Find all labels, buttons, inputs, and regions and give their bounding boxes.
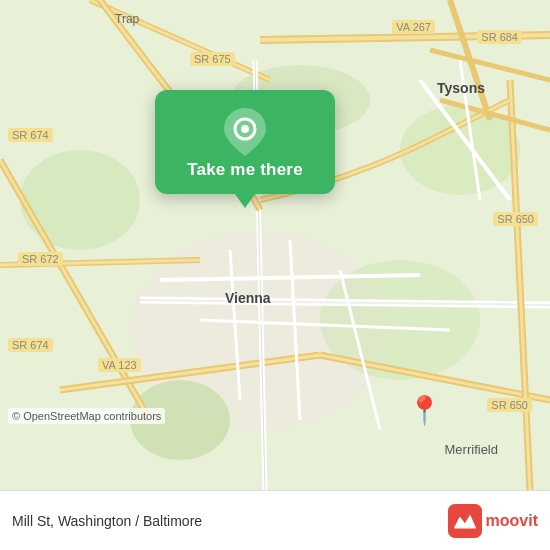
bottom-bar: Mill St, Washington / Baltimore moovit — [0, 490, 550, 550]
location-label: Mill St, Washington / Baltimore — [12, 513, 438, 529]
moovit-brand-text: moovit — [486, 512, 538, 530]
svg-rect-37 — [448, 504, 482, 538]
svg-point-2 — [20, 150, 140, 250]
take-me-there-button[interactable]: Take me there — [187, 160, 303, 180]
map: Trap VA 267 SR 684 SR 675 SR 674 SR 672 … — [0, 0, 550, 490]
moovit-logo: moovit — [448, 504, 538, 538]
map-attribution: © OpenStreetMap contributors — [8, 408, 165, 424]
svg-point-36 — [241, 125, 249, 133]
destination-pin: 📍 — [407, 397, 442, 425]
map-pin-icon — [224, 108, 266, 150]
popup-card: Take me there — [155, 90, 335, 194]
moovit-logo-svg — [448, 504, 482, 538]
